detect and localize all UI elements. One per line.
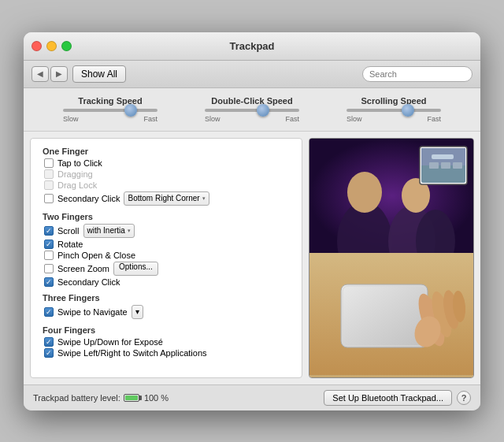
nav-buttons: ◀ ▶ [32,66,68,82]
pinch-row: Pinch Open & Close [43,251,290,260]
toolbar: ◀ ▶ Show All [24,61,480,88]
dropdown-arrow-icon: ▾ [202,195,206,202]
swipe-expose-row: ✓ Swipe Up/Down for Exposé [43,337,290,347]
swipe-apps-row: ✓ Swipe Left/Right to Switch Application… [43,348,290,358]
scrolling-speed-thumb[interactable] [402,104,414,117]
svg-rect-14 [341,284,428,347]
search-input[interactable] [362,66,472,82]
dragging-row: Dragging [43,169,290,179]
photo-people [309,139,473,253]
battery-icon [124,394,142,402]
people-illustration [309,139,473,253]
pinch-label: Pinch Open & Close [57,251,135,260]
left-panel: One Finger Tap to Click Dragging Drag Lo… [30,138,302,378]
forward-button[interactable]: ▶ [50,66,68,82]
two-finger-header: Two Fingers [43,212,290,221]
right-panel [309,138,474,378]
pinch-checkbox[interactable] [44,251,54,260]
swipe-navigate-row: ✓ Swipe to Navigate ▾ [43,305,290,319]
sliders-section: Tracking Speed Slow Fast Double-Click Sp… [24,88,480,132]
dragging-checkbox[interactable] [44,169,54,179]
screen-zoom-checkbox[interactable] [44,264,54,273]
tracking-speed-group: Tracking Speed Slow Fast [61,96,159,123]
scroll-dropdown-arrow-icon: ▾ [128,228,131,234]
rotate-checkbox[interactable]: ✓ [44,240,54,249]
swipe-navigate-checkbox[interactable]: ✓ [44,307,54,317]
battery-percent: 100 % [144,393,169,403]
scrolling-speed-label: Scrolling Speed [361,96,426,106]
scroll-checkbox[interactable]: ✓ [44,226,54,236]
traffic-lights [32,41,72,51]
three-finger-header: Three Fingers [43,293,290,303]
titlebar: Trackpad [24,32,480,61]
svg-rect-12 [453,162,462,169]
tap-to-click-checkbox[interactable] [44,158,54,168]
main-content: One Finger Tap to Click Dragging Drag Lo… [24,132,480,384]
double-click-speed-thumb[interactable] [257,104,269,117]
close-button[interactable] [32,41,42,51]
swipe-navigate-dropdown[interactable]: ▾ [132,305,143,319]
double-click-speed-labels: Slow Fast [205,115,299,123]
swipe-navigate-label: Swipe to Navigate [57,307,128,317]
show-all-button[interactable]: Show All [72,65,126,83]
scroll-dropdown[interactable]: with Inertia ▾ [83,224,135,238]
back-button[interactable]: ◀ [32,66,49,82]
rotate-label: Rotate [57,240,83,249]
screen-zoom-row: Screen Zoom Options... [43,262,290,276]
secondary-click2-row: ✓ Secondary Click [43,277,290,287]
secondary-click-checkbox[interactable] [44,194,54,203]
dragging-label: Dragging [57,169,93,179]
swipe-apps-label: Swipe Left/Right to Switch Applications [57,348,207,358]
maximize-button[interactable] [61,41,72,51]
svg-point-2 [347,172,382,213]
tracking-speed-labels: Slow Fast [63,115,158,123]
secondary-click2-label: Secondary Click [57,277,120,287]
secondary-click-row: Secondary Click Bottom Right Corner ▾ [43,191,290,206]
drag-lock-checkbox[interactable] [44,180,54,190]
window-title: Trackpad [229,40,274,52]
tap-to-click-label: Tap to Click [57,158,102,168]
screen-zoom-label: Screen Zoom [57,264,109,273]
battery-label: Trackpad battery level: [33,393,120,403]
trackpad-illustration [309,253,473,375]
tap-to-click-row: Tap to Click [43,158,290,168]
secondary-click2-checkbox[interactable]: ✓ [44,277,54,287]
swipe-apps-checkbox[interactable]: ✓ [44,348,54,358]
scroll-row: ✓ Scroll with Inertia ▾ [43,224,290,238]
scroll-label: Scroll [57,226,80,236]
scrolling-speed-track[interactable] [346,109,441,112]
secondary-click-label: Secondary Click [57,194,120,203]
secondary-click-dropdown[interactable]: Bottom Right Corner ▾ [124,191,209,206]
screen-zoom-options-button[interactable]: Options... [113,262,158,276]
drag-lock-label: Drag Lock [57,180,97,190]
tracking-speed-track[interactable] [63,109,158,112]
swipe-expose-checkbox[interactable]: ✓ [44,337,54,347]
double-click-speed-group: Double-Click Speed Slow Fast [203,96,301,123]
minimize-button[interactable] [46,41,57,51]
scrolling-speed-group: Scrolling Speed Slow Fast [345,96,443,123]
footer: Trackpad battery level: 100 % Set Up Blu… [24,384,480,410]
svg-rect-10 [429,162,439,169]
main-window: Trackpad ◀ ▶ Show All Tracking Speed Slo… [24,32,480,410]
swipe-expose-label: Swipe Up/Down for Exposé [57,337,163,347]
drag-lock-row: Drag Lock [43,180,290,190]
double-click-speed-track[interactable] [205,109,299,112]
double-click-speed-label: Double-Click Speed [211,96,292,106]
scrolling-speed-labels: Slow Fast [346,115,441,123]
svg-rect-9 [432,154,454,159]
tracking-speed-thumb[interactable] [124,104,137,117]
four-finger-header: Four Fingers [43,325,290,335]
one-finger-header: One Finger [43,147,290,156]
rotate-row: ✓ Rotate [43,240,290,249]
svg-rect-11 [441,162,450,169]
help-button[interactable]: ? [457,391,471,405]
trackpad-photo [309,253,473,377]
setup-bluetooth-button[interactable]: Set Up Bluetooth Trackpad... [324,390,452,406]
